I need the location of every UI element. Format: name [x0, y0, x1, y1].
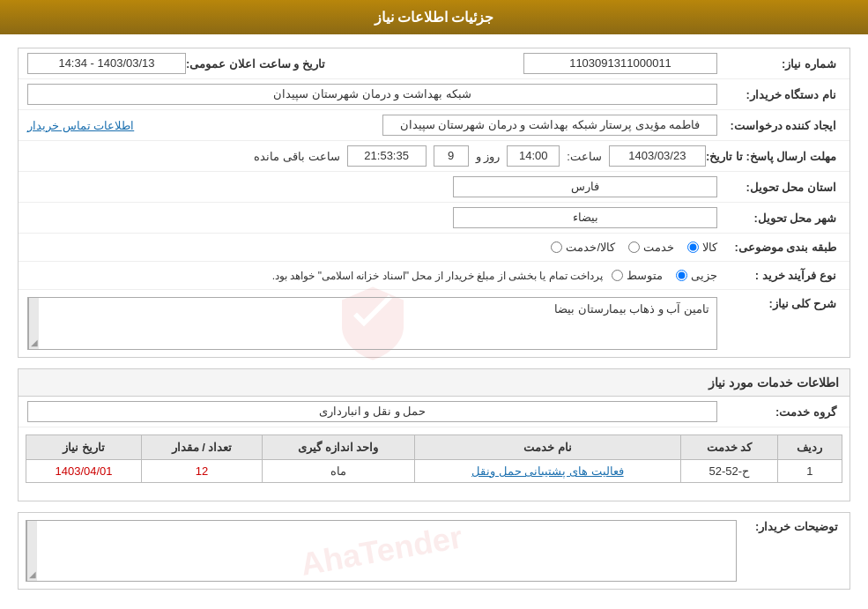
creator-label: ایجاد کننده درخواست:: [717, 119, 841, 132]
process-motavasset-item: متوسط: [612, 269, 663, 282]
category-kala-khedmat-label: کالا/خدمت: [566, 241, 615, 254]
buyer-name-value: شبکه بهداشت و درمان شهرستان سپیدان: [27, 84, 717, 105]
deadline-date: 1403/03/23: [609, 145, 706, 167]
process-motavasset-radio[interactable]: [612, 270, 623, 281]
need-number-row: شماره نیاز: 1103091311000011 تاریخ و ساع…: [19, 48, 849, 79]
page-container: جزئیات اطلاعات نیاز شماره نیاز: 11030913…: [0, 0, 868, 609]
announcement-label: تاریخ و ساعت اعلان عمومی:: [186, 57, 330, 71]
category-kala-khedmat-radio[interactable]: [551, 241, 562, 253]
col-unit: واحد اندازه گیری: [263, 435, 415, 460]
page-header: جزئیات اطلاعات نیاز: [0, 0, 868, 34]
service-group-row: گروه خدمت: حمل و نقل و انبارداری: [19, 397, 849, 427]
table-row: 1 ح-52-52 فعالیت های پشتیبانی حمل ونقل م…: [26, 460, 842, 483]
buyer-name-row: نام دستگاه خریدار: شبکه بهداشت و درمان ش…: [19, 79, 849, 110]
cell-unit: ماه: [263, 460, 415, 483]
need-number-label: شماره نیاز:: [717, 57, 841, 71]
city-label: شهر محل تحویل:: [717, 212, 841, 225]
form-section: شماره نیاز: 1103091311000011 تاریخ و ساع…: [18, 48, 850, 358]
main-content: شماره نیاز: 1103091311000011 تاریخ و ساع…: [0, 34, 868, 609]
deadline-days-label: روز و: [476, 150, 501, 163]
deadline-label: مهلت ارسال پاسخ: تا تاریخ:: [706, 150, 841, 163]
buyer-description-text: [37, 521, 736, 581]
col-date: تاریخ نیاز: [26, 435, 142, 460]
buyer-description-box: ◢: [26, 520, 737, 582]
process-radio-group: متوسط جزیی: [612, 269, 717, 282]
process-jozii-item: جزیی: [676, 269, 717, 282]
service-group-value: حمل و نقل و انبارداری: [27, 401, 717, 422]
province-value: فارس: [453, 176, 717, 197]
category-kala-label: کالا: [702, 241, 717, 254]
category-row: طبقه بندی موضوعی: کالا/خدمت خدمت کالا: [19, 234, 849, 262]
col-row: ردیف: [777, 435, 842, 460]
services-table-container: ردیف کد خدمت نام خدمت واحد اندازه گیری ت…: [19, 427, 849, 490]
buyer-name-label: نام دستگاه خریدار:: [717, 88, 841, 101]
contact-link[interactable]: اطلاعات تماس خریدار: [27, 119, 134, 132]
category-khedmat-label: خدمت: [643, 241, 674, 254]
buyer-resize-handle: ◢: [26, 521, 37, 581]
description-text: تامین آب و ذهاب بیمارستان بیضا: [39, 298, 716, 349]
description-container: تامین آب و ذهاب بیمارستان بیضا ◢: [27, 297, 717, 350]
description-row: شرح کلی نیاز: تامین آب و ذهاب بیمارستان …: [19, 290, 849, 357]
col-quantity: تعداد / مقدار: [142, 435, 263, 460]
col-name: نام خدمت: [414, 435, 680, 460]
buyer-description-row: توضیحات خریدار: AhaTender ◢: [19, 513, 849, 589]
province-row: استان محل تحویل: فارس: [19, 172, 849, 203]
table-header-row: ردیف کد خدمت نام خدمت واحد اندازه گیری ت…: [26, 435, 842, 460]
category-label: طبقه بندی موضوعی:: [717, 241, 841, 254]
services-table: ردیف کد خدمت نام خدمت واحد اندازه گیری ت…: [26, 434, 842, 483]
city-value: بیضاء: [453, 207, 717, 228]
process-label: نوع فرآیند خرید :: [717, 269, 841, 282]
col-code: کد خدمت: [681, 435, 778, 460]
deadline-time-label: ساعت:: [567, 150, 602, 163]
category-kala-radio[interactable]: [687, 241, 699, 253]
category-khedmat-item: خدمت: [628, 241, 674, 254]
buyer-description-section: توضیحات خریدار: AhaTender ◢: [18, 512, 850, 590]
services-section: اطلاعات خدمات مورد نیاز گروه خدمت: حمل و…: [18, 368, 850, 501]
cell-code: ح-52-52: [681, 460, 778, 483]
deadline-row: مهلت ارسال پاسخ: تا تاریخ: 1403/03/23 سا…: [19, 141, 849, 172]
deadline-days: 9: [434, 145, 469, 167]
category-khedmat-radio[interactable]: [628, 241, 640, 253]
buyer-description-label: توضیحات خریدار:: [737, 520, 842, 533]
cell-name[interactable]: فعالیت های پشتیبانی حمل ونقل: [414, 460, 680, 483]
button-row: بازگشت چاپ: [18, 600, 850, 609]
process-jozii-radio[interactable]: [676, 270, 687, 281]
cell-quantity: 12: [142, 460, 263, 483]
deadline-fields: 1403/03/23 ساعت: 14:00 روز و 9 21:53:35 …: [27, 145, 706, 167]
description-label: شرح کلی نیاز:: [717, 297, 841, 310]
creator-row: ایجاد کننده درخواست: فاطمه مؤیدی پرستار …: [19, 110, 849, 141]
description-box: تامین آب و ذهاب بیمارستان بیضا ◢: [27, 297, 717, 350]
process-jozii-label: جزیی: [691, 269, 717, 282]
service-group-label: گروه خدمت:: [717, 405, 841, 419]
category-kala-khedmat-item: کالا/خدمت: [551, 241, 615, 254]
process-row: نوع فرآیند خرید : متوسط جزیی پرداخت تمام…: [19, 262, 849, 290]
province-label: استان محل تحویل:: [717, 181, 841, 194]
creator-value: فاطمه مؤیدی پرستار شبکه بهداشت و درمان ش…: [382, 115, 717, 136]
cell-date: 1403/04/01: [26, 460, 142, 483]
category-kala-item: کالا: [687, 241, 717, 254]
cell-row: 1: [777, 460, 842, 483]
deadline-remaining: 21:53:35: [347, 145, 427, 167]
need-number-value: 1103091311000011: [523, 53, 717, 74]
resize-handle: ◢: [28, 298, 39, 349]
buyer-description-container: AhaTender ◢: [26, 520, 737, 582]
process-motavasset-label: متوسط: [627, 269, 663, 282]
deadline-remaining-label: ساعت باقی مانده: [254, 150, 339, 163]
deadline-time: 14:00: [507, 145, 560, 167]
header-title: جزئیات اطلاعات نیاز: [375, 10, 494, 25]
process-note: پرداخت تمام یا بخشی از مبلغ خریدار از مح…: [27, 270, 612, 282]
services-section-title: اطلاعات خدمات مورد نیاز: [19, 369, 849, 397]
announcement-value: 1403/03/13 - 14:34: [27, 53, 186, 74]
category-radio-group: کالا/خدمت خدمت کالا: [551, 241, 717, 254]
city-row: شهر محل تحویل: بیضاء: [19, 203, 849, 234]
